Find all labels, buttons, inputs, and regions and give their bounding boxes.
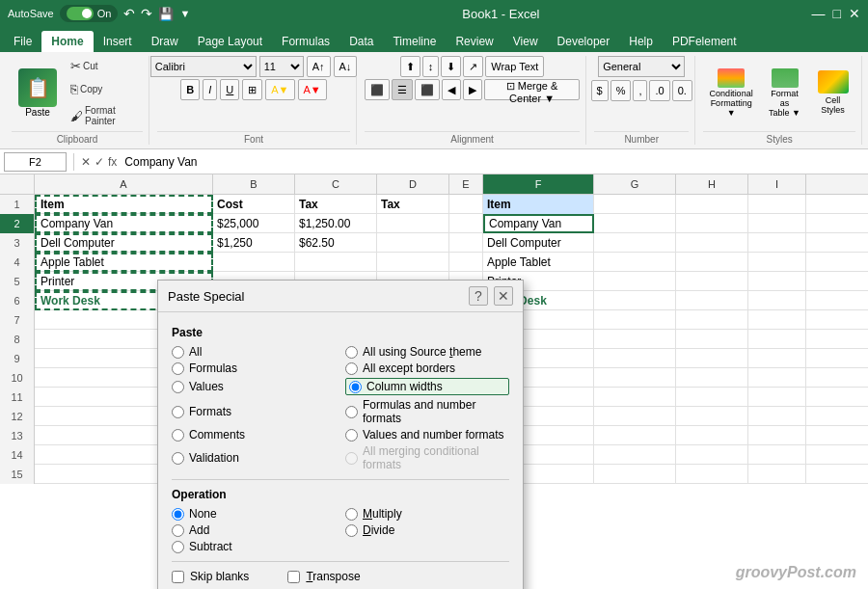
italic-button[interactable]: I [203,79,217,100]
cell-d2[interactable] [377,214,449,233]
cell-styles-button[interactable]: Cell Styles [810,68,855,117]
paste-all-radio[interactable] [172,346,184,359]
tab-data[interactable]: Data [339,31,383,52]
tab-file[interactable]: File [4,31,41,52]
transpose-checkbox[interactable]: Transpose [287,570,360,583]
col-header-d[interactable]: D [377,174,449,194]
font-color-button[interactable]: A▼ [298,79,327,100]
tab-review[interactable]: Review [446,31,502,52]
paste-all-src-radio[interactable] [345,346,358,359]
col-header-e[interactable]: E [449,174,483,194]
cell-b2[interactable]: $25,000 [213,214,295,233]
cell-g4[interactable] [594,253,676,272]
paste-option-formats[interactable]: Formats [172,398,336,425]
cell-f4[interactable]: Apple Tablet [483,253,594,272]
op-none[interactable]: None [172,507,336,521]
op-none-radio[interactable] [172,508,184,521]
paste-option-formulas[interactable]: Formulas [172,361,336,375]
tab-insert[interactable]: Insert [94,31,142,52]
tab-formulas[interactable]: Formulas [272,31,339,52]
cell-i1[interactable] [748,195,806,214]
cell-e1[interactable] [449,195,483,214]
cell-h3[interactable] [676,233,748,253]
fill-color-button[interactable]: A▼ [265,79,294,100]
align-center-btn[interactable]: ☰ [392,79,413,100]
col-header-a[interactable]: A [35,174,213,194]
minimize-btn[interactable]: — [812,6,826,21]
cell-d4[interactable] [377,253,449,272]
tab-page-layout[interactable]: Page Layout [188,31,272,52]
redo-icon[interactable]: ↷ [141,6,152,21]
tab-draw[interactable]: Draw [142,31,188,52]
paste-col-widths-radio[interactable] [349,381,362,393]
toolbar-more[interactable]: ▼ [179,8,190,19]
increase-decimal-btn[interactable]: .0 [649,80,669,101]
cell-e2[interactable] [449,214,483,233]
cell-g6[interactable] [594,291,676,310]
op-divide[interactable]: Divide [345,523,509,537]
cell-a3[interactable]: Dell Computer [35,233,213,253]
paste-formulas-radio[interactable] [172,362,184,375]
font-size-select[interactable]: 11 [259,56,304,77]
paste-values-radio[interactable] [172,381,184,393]
cell-e4[interactable] [449,253,483,272]
align-left-btn[interactable]: ⬛ [365,79,390,100]
skip-blanks-input[interactable] [172,571,184,583]
cell-f3[interactable]: Dell Computer [483,233,594,253]
autosave-toggle[interactable]: On [60,5,119,22]
format-painter-button[interactable]: 🖌 Format Painter [67,102,143,129]
paste-option-all[interactable]: All [172,345,336,359]
tab-developer[interactable]: Developer [548,31,620,52]
cell-a4[interactable]: Apple Tablet [35,253,213,272]
cell-i3[interactable] [748,233,806,253]
op-add-radio[interactable] [172,524,184,537]
cell-c2[interactable]: $1,250.00 [295,214,377,233]
decrease-indent-btn[interactable]: ◀ [442,79,461,100]
col-header-h[interactable]: H [676,174,748,194]
conditional-formatting-button[interactable]: ConditionalFormatting ▼ [703,67,759,120]
percent-btn[interactable]: % [610,80,632,101]
paste-option-validation[interactable]: Validation [172,444,336,471]
paste-option-all-merge[interactable]: All merging conditional formats [345,444,509,471]
op-subtract[interactable]: Subtract [172,540,336,553]
cell-e3[interactable] [449,233,483,253]
cell-i2[interactable] [748,214,806,233]
op-subtract-radio[interactable] [172,541,184,553]
cell-h1[interactable] [676,195,748,214]
cell-h2[interactable] [676,214,748,233]
formula-input[interactable] [121,155,864,169]
paste-validation-radio[interactable] [172,452,184,465]
col-header-g[interactable]: G [594,174,676,194]
cell-i6[interactable] [748,291,806,310]
op-multiply[interactable]: Multiply [345,507,509,521]
cell-a2[interactable]: Company Van [35,214,213,233]
op-multiply-radio[interactable] [345,508,358,521]
increase-indent-btn[interactable]: ▶ [463,79,482,100]
dialog-help-button[interactable]: ? [469,286,488,306]
tab-view[interactable]: View [503,31,548,52]
increase-font-btn[interactable]: A↑ [307,56,331,77]
tab-pdfelement[interactable]: PDFelement [663,31,746,52]
op-add[interactable]: Add [172,523,336,537]
wrap-text-btn[interactable]: Wrap Text [485,56,544,77]
cell-d1[interactable]: Tax [377,195,449,214]
cell-b4[interactable] [213,253,295,272]
cell-f1[interactable]: Item [483,195,594,214]
col-header-i[interactable]: I [748,174,806,194]
underline-button[interactable]: U [220,79,239,100]
number-format-select[interactable]: General [598,56,685,77]
cell-h5[interactable] [676,272,748,291]
cell-d3[interactable] [377,233,449,253]
cell-g5[interactable] [594,272,676,291]
col-header-f[interactable]: F [483,174,594,194]
paste-button[interactable]: 📋 Paste [12,66,64,120]
insert-function-icon[interactable]: fx [108,155,117,169]
align-bottom-btn[interactable]: ⬇ [441,56,461,77]
cell-h4[interactable] [676,253,748,272]
save-icon[interactable]: 💾 [158,7,174,21]
paste-values-num-radio[interactable] [345,429,358,442]
align-middle-btn[interactable]: ↕ [422,56,440,77]
paste-option-all-borders[interactable]: All except borders [345,361,509,375]
tab-timeline[interactable]: Timeline [383,31,446,52]
paste-comments-radio[interactable] [172,429,184,442]
